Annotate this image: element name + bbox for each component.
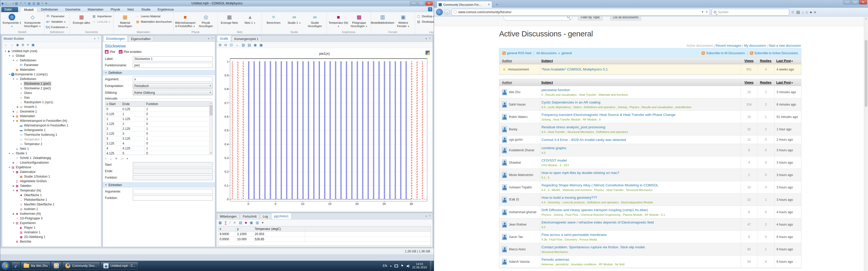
extrapolation-select[interactable]: Periodisch▼ (133, 83, 213, 89)
tree-item[interactable]: ▶Player 1 (3, 225, 100, 230)
tree-item[interactable]: ▼●Global (3, 54, 100, 58)
tree-item[interactable]: ≈Schritt 1: Zeitabhängig (3, 156, 100, 160)
intervals-row[interactable]: 22.1251 (105, 127, 209, 131)
tree-item[interactable]: ∧Stückweise 1 (pw1) (3, 81, 100, 86)
tree-item[interactable]: ▬Wärmetransport in Feststoffen 1 (3, 123, 100, 128)
help-button[interactable]: ? (428, 7, 432, 11)
panel-menu-icon[interactable]: ▾ (208, 37, 209, 40)
reload-icon[interactable]: ↻ (706, 10, 708, 14)
ribbon-button-build-mesh[interactable]: ▦Erzeuge Netz (219, 13, 240, 25)
star-icon[interactable]: ☆ (791, 10, 795, 14)
clean-icon[interactable]: ∕ (230, 221, 230, 225)
column-header-views[interactable]: Views (741, 81, 757, 84)
collapsed-icon[interactable]: ▶ (12, 213, 15, 215)
scroll-down-icon[interactable]: ▼ (210, 151, 213, 155)
ribbon-button-build-all[interactable]: ▦Erzeuge alles (71, 13, 91, 25)
back-icon[interactable]: ← (4, 43, 7, 47)
tree-item[interactable]: ▼▤Exportieren (3, 221, 100, 225)
model-tree-node-icon[interactable]: ▣ (32, 43, 35, 47)
start-input[interactable] (133, 162, 213, 167)
intervals-row[interactable]: 33.1251 (105, 136, 209, 141)
ribbon-button-add-plotgroup[interactable]: ▩Plotgruppe hinzufügen ▼ (349, 13, 369, 29)
subscribe-all-link[interactable]: Subscribe to All Discussions (706, 52, 745, 55)
discussion-row[interactable]: Robin WatersFrequency-transient Electrom… (499, 111, 801, 123)
x-grid-icon[interactable]: ▥ (242, 43, 245, 47)
pin-icon[interactable]: ⊤ (97, 37, 100, 40)
expanded-icon[interactable]: ▼ (12, 190, 15, 192)
tree-item[interactable]: ∞Glass (3, 91, 100, 95)
collapsed-icon[interactable]: ▶ (16, 106, 19, 108)
ribbon-button-temp-plot[interactable]: ■Temperatur (ht) ▼ (328, 13, 348, 29)
move-up-icon[interactable]: ↑ (105, 157, 107, 161)
discussion-row[interactable]: 军林 刘How to build a moving geometry???4.4… (499, 194, 801, 206)
print-icon[interactable]: ▣ (259, 43, 263, 47)
taskbar-button-firefox-icon[interactable]: Community Disc... (63, 262, 100, 270)
settings-tab-eigenschaften[interactable]: Eigenschaften (128, 36, 153, 41)
intervals-row[interactable]: 00.1251 (105, 107, 209, 112)
collapsed-icon[interactable]: ▶ (12, 110, 15, 113)
eval-row[interactable]: 9.00002.100020.003 (218, 232, 431, 237)
plot-color-icon[interactable]: ■ (245, 221, 247, 225)
discussion-row[interactable]: Ashwani TripathiRegarding Shape Memory A… (499, 181, 801, 194)
taskbar-button-wmp-icon[interactable] (51, 262, 61, 270)
menu-icon[interactable]: ≡ (814, 10, 816, 14)
expanded-icon[interactable]: ▼ (12, 120, 15, 122)
tree-item[interactable]: ▼∞Studie 1 (3, 151, 100, 156)
scrollbar-thumb[interactable] (865, 40, 867, 107)
duplicate-icon[interactable]: ▦ (37, 2, 40, 5)
site-identity-icon[interactable] (454, 10, 457, 14)
taskbar-button-comsol-icon[interactable]: ◆Untitled.mph - C... (101, 262, 138, 270)
column-header-funktion[interactable]: Funktion (145, 101, 209, 107)
downloads-icon[interactable]: ↓ (802, 10, 804, 14)
y-grid-icon[interactable]: ▤ (247, 43, 251, 47)
table-options-icon[interactable]: ▾ (262, 221, 264, 225)
column-header-ende[interactable]: Ende (121, 101, 145, 107)
expand-all-icon[interactable]: ≣ (22, 43, 24, 47)
column-header-replies[interactable]: Replies (757, 81, 774, 84)
scene-cube-icon[interactable] (426, 50, 430, 55)
precision-icon[interactable]: ∑ (224, 221, 227, 225)
save-file-icon[interactable]: ▪ (127, 157, 128, 161)
argument-input[interactable]: x (133, 77, 213, 82)
tree-item[interactable]: ▣2D-Abbildung 1 (3, 235, 100, 239)
ribbon-tab-geometrie[interactable]: Geometrie (62, 7, 84, 12)
comsol-logo-icon[interactable]: ◆ (1, 2, 4, 5)
add-table-icon[interactable]: ▤ (239, 221, 242, 225)
ribbon-button-livelink[interactable]: ∞LiveLink ▼ (92, 20, 112, 24)
forward-icon[interactable]: → (10, 43, 13, 47)
language-indicator[interactable]: EN (383, 264, 387, 268)
discussion-link[interactable]: How to open mph-files by double-clicking… (541, 171, 741, 175)
tree-item[interactable]: ▶▦Materialien (3, 114, 100, 118)
collapse-all-icon[interactable]: ≡ (27, 43, 29, 47)
tree-item[interactable]: ▦Materialien (3, 67, 100, 72)
discussion-row[interactable]: Jean RottnerElectromagnetic wave / refra… (499, 218, 801, 231)
bookmarks-icon[interactable]: ▤ (796, 10, 800, 14)
smoothing-select[interactable]: Keine Glättung▼ (133, 90, 213, 95)
intervals-row[interactable]: 11.1251 (105, 117, 209, 122)
ribbon-tab-modell[interactable]: Modell (20, 7, 37, 12)
ribbon-button-parameter[interactable]: PiParameter (46, 14, 68, 18)
column-header-subject[interactable]: Subject (540, 59, 741, 63)
expanded-icon[interactable]: ▼ (8, 166, 11, 169)
discussion-link[interactable]: combine graphs (541, 146, 741, 150)
new-tab-button[interactable]: + (494, 2, 500, 7)
forward-button[interactable]: → (444, 9, 450, 15)
ribbon-button-add-component[interactable]: ◇Komponente hinzufügen ▼ (23, 13, 43, 29)
function-input[interactable] (133, 175, 213, 180)
discussion-link[interactable]: Periodic antennas (541, 258, 741, 262)
export-table-icon[interactable]: ▥ (256, 221, 259, 225)
redo-icon[interactable]: ↷ (24, 2, 26, 5)
volume-icon[interactable]: ◀) (406, 264, 409, 268)
funcname-input[interactable]: pw1 (133, 63, 213, 68)
network-icon[interactable] (395, 265, 398, 267)
discussion-row[interactable]: BaskyResidual stress analysis_post proce… (499, 123, 801, 135)
discussion-link[interactable]: How to build a moving geometry??? (541, 196, 741, 200)
maximize-button[interactable]: ▢ (418, 1, 425, 5)
ribbon-button-add-study[interactable]: ∞Studie hinzufügen (305, 13, 325, 28)
column-header-start[interactable]: » Start (105, 101, 121, 107)
filter-by-topic-button[interactable]: Filter by Topic (578, 16, 603, 21)
column-header-replies[interactable]: Replies (757, 59, 774, 63)
zoom-in-icon[interactable]: ⊕ (219, 43, 222, 47)
rss-feed-link[interactable]: general RSS feed (507, 52, 531, 55)
zoom-extents-icon[interactable]: ↔ (235, 43, 239, 47)
